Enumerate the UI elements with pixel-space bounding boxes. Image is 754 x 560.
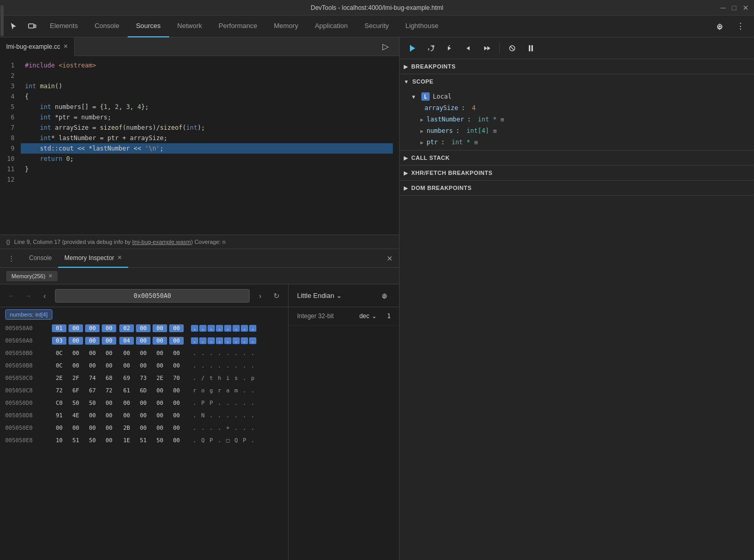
memory-inspector-tab-label: Memory Inspector [64, 254, 114, 262]
breakpoints-header[interactable]: ▶ Breakpoints [400, 59, 754, 74]
toolbar-divider [499, 43, 500, 53]
last-number-key: lastNumber [427, 116, 464, 123]
code-line-7: int arraySize = sizeof(numbers)/sizeof(i… [21, 122, 393, 133]
svg-rect-3 [410, 45, 411, 51]
dom-label: DOM Breakpoints [412, 185, 472, 191]
close-icon[interactable]: ✕ [743, 4, 749, 12]
xhr-header[interactable]: ▶ XHR/fetch Breakpoints [400, 166, 754, 180]
memory-prev-btn[interactable]: ‹ [38, 290, 51, 302]
mem-right-settings-btn[interactable] [378, 290, 391, 302]
mem-format-select[interactable]: dec ⌄ [359, 312, 376, 320]
tab-elements[interactable]: Elements [42, 16, 86, 37]
scope-tree: ▼ L Local arraySize : 4 ▶ lastNumber [400, 89, 754, 150]
scope-ptr[interactable]: ▶ ptr : int * ⊞ [400, 136, 754, 148]
memory-forward-btn[interactable]: → [22, 290, 34, 302]
code-line-5: int numbers[] = {1, 2, 3, 4}; [21, 102, 393, 112]
call-stack-header[interactable]: ▶ Call Stack [400, 151, 754, 165]
panel-tab-console[interactable]: Console [23, 249, 58, 268]
scope-numbers[interactable]: ▶ numbers : int[4] ⊞ [400, 125, 754, 136]
scope-header[interactable]: ▼ Scope [400, 74, 754, 89]
scope-section: ▼ Scope ▼ L Local arraySize : 4 [400, 74, 754, 151]
memory-sub-tab-256[interactable]: Memory(256) ✕ [6, 271, 58, 281]
editor-tab-actions: ▷ [376, 37, 399, 56]
cursor-icon-btn[interactable] [4, 17, 23, 36]
last-number-type: int * [478, 116, 497, 123]
device-toggle-btn[interactable] [23, 17, 42, 36]
numbers-type: int[4] [467, 127, 489, 134]
dom-header[interactable]: ▶ DOM Breakpoints [400, 181, 754, 195]
scope-local-item[interactable]: ▼ L Local [400, 91, 754, 102]
more-options-btn[interactable]: ⋮ [731, 17, 750, 36]
numbers-arrow: ▶ [420, 128, 423, 134]
xhr-arrow: ▶ [404, 170, 408, 176]
svg-rect-12 [529, 45, 530, 51]
step-btn[interactable] [478, 40, 495, 56]
tab-application[interactable]: Application [307, 16, 357, 37]
memory-inspector-tab-close[interactable]: ✕ [117, 254, 122, 261]
memory-row-a0: 005050A0 01 00 00 00 02 00 [0, 322, 288, 334]
bottom-panel: ⋮ Console Memory Inspector ✕ ✕ Memory(25… [0, 249, 399, 560]
debug-panels: ▶ Breakpoints ▼ Scope ▼ L Local [400, 59, 754, 560]
tab-memory[interactable]: Memory [266, 16, 307, 37]
debug-toolbar [400, 37, 754, 59]
console-tab-label: Console [29, 254, 52, 262]
scope-array-size: arraySize : 4 [400, 102, 754, 114]
run-snippet-btn[interactable]: ▷ [376, 37, 395, 56]
maximize-icon[interactable]: □ [732, 4, 736, 12]
panel-tab-memory-inspector[interactable]: Memory Inspector ✕ [58, 249, 128, 268]
endian-dropdown-icon: ⌄ [336, 292, 342, 299]
svg-marker-7 [467, 46, 470, 50]
step-over-btn[interactable] [422, 40, 439, 56]
memory-refresh-btn[interactable]: ↻ [270, 290, 283, 302]
memory-sub-tab-close[interactable]: ✕ [48, 273, 52, 279]
scope-last-number[interactable]: ▶ lastNumber : int * ⊞ [400, 114, 754, 125]
call-stack-arrow: ▶ [404, 155, 408, 161]
status-bar: {} Line 9, Column 17 (provided via debug… [0, 235, 399, 249]
tab-console[interactable]: Console [86, 16, 128, 37]
step-into-btn[interactable] [441, 40, 458, 56]
deactivate-breakpoints-btn[interactable] [504, 40, 520, 56]
ptr-type: int * [451, 139, 470, 146]
editor-scrollbar[interactable] [393, 56, 399, 235]
tab-performance[interactable]: Performance [210, 16, 265, 37]
svg-line-11 [510, 46, 514, 50]
dom-section: ▶ DOM Breakpoints [400, 181, 754, 196]
step-out-btn[interactable] [460, 40, 476, 56]
panel-tab-bar: ⋮ Console Memory Inspector ✕ ✕ [0, 249, 399, 268]
pause-on-exceptions-btn[interactable] [523, 40, 539, 56]
code-line-10: return 0; [21, 154, 393, 164]
memory-back-btn[interactable]: ← [5, 290, 18, 302]
editor-area: lmi-bug-example.cc ✕ ▷ 12345 678910 1112… [0, 37, 399, 235]
svg-marker-8 [484, 46, 487, 50]
editor-tab-bar: lmi-bug-example.cc ✕ ▷ [0, 37, 399, 56]
tab-network[interactable]: Network [169, 16, 211, 37]
tab-security[interactable]: Security [356, 16, 397, 37]
wasm-link[interactable]: lmi-bug-example.wasm [132, 239, 191, 245]
ptr-arrow: ▶ [420, 140, 423, 145]
editor-content: 12345 678910 1112 #include <iostream> in… [0, 56, 399, 235]
tab-lighthouse[interactable]: Lighthouse [397, 16, 447, 37]
resume-btn[interactable] [404, 40, 420, 56]
address-input[interactable] [55, 289, 250, 303]
minimize-icon[interactable]: ─ [721, 4, 726, 12]
memory-next-btn[interactable]: › [254, 290, 266, 302]
mem-right-header: Little Endian ⌄ [289, 284, 399, 307]
close-panel-btn[interactable]: ✕ [387, 254, 399, 263]
editor-tab-file[interactable]: lmi-bug-example.cc ✕ [0, 37, 75, 56]
local-label: Local [433, 93, 451, 100]
svg-rect-1 [34, 25, 36, 28]
panel-tab-menu-icon[interactable]: ⋮ [4, 251, 19, 266]
file-tab-close[interactable]: ✕ [63, 43, 68, 50]
tab-sources[interactable]: Sources [128, 16, 169, 37]
status-text: Line 9, Column 17 (provided via debug in… [14, 239, 225, 245]
breakpoints-label: Breakpoints [412, 63, 456, 70]
nav-right-icons: ⋮ [710, 17, 754, 36]
dom-arrow: ▶ [404, 185, 408, 191]
endian-select[interactable]: Little Endian ⌄ [297, 292, 342, 299]
file-tab-label: lmi-bug-example.cc [6, 43, 60, 50]
window-controls[interactable]: ─ □ ✕ [721, 4, 749, 12]
code-line-8: int* lastNumber = ptr + arraySize; [21, 133, 393, 143]
svg-marker-9 [487, 46, 490, 50]
settings-icon-btn[interactable] [710, 17, 729, 36]
xhr-label: XHR/fetch Breakpoints [412, 170, 493, 176]
